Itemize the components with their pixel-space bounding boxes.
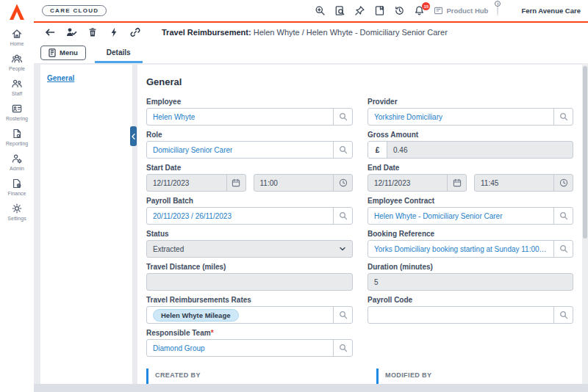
field-travel-rates: Travel Reimbursements Rates Helen Whyte … xyxy=(146,296,353,324)
settings-icon xyxy=(11,203,23,214)
end-date-input[interactable]: 12/11/2023 xyxy=(368,174,467,192)
search-icon[interactable] xyxy=(553,208,573,224)
field-employee-contract: Employee Contract Helen Whyte - Domicili… xyxy=(368,197,573,225)
booking-reference-lookup[interactable]: Yorks Domiciliary booking starting at Su… xyxy=(368,240,573,258)
start-time-value: 11:00 xyxy=(254,175,334,191)
menu-button-label: Menu xyxy=(60,48,78,57)
chevron-down-icon[interactable] xyxy=(333,241,352,257)
role-value[interactable]: Domiciliary Senior Carer xyxy=(153,146,232,154)
clock-icon[interactable] xyxy=(333,175,352,191)
notifications-icon[interactable]: 15 xyxy=(414,5,425,16)
delete-button[interactable] xyxy=(87,26,98,38)
zoom-in-icon[interactable] xyxy=(315,5,326,16)
field-label: Responsible Team* xyxy=(146,329,353,337)
gross-amount-input: £ 0.46 xyxy=(368,141,573,159)
vertical-scrollbar[interactable] xyxy=(582,63,588,384)
product-hub-label: Product Hub xyxy=(446,7,488,15)
notification-badge: 15 xyxy=(422,2,430,10)
payroll-batch-value[interactable]: 20/11/2023 / 26/11/2023 xyxy=(153,212,232,220)
responsible-team-value[interactable]: Diamond Group xyxy=(153,344,205,352)
field-payroll-batch: Payroll Batch 20/11/2023 / 26/11/2023 xyxy=(146,197,353,225)
app-sidebar: Home People Staff Rostering Reporting xyxy=(0,0,34,392)
field-responsible-team: Responsible Team* Diamond Group xyxy=(146,329,353,357)
sidebar-item-staff[interactable]: Staff xyxy=(11,78,23,97)
booking-reference-value[interactable]: Yorks Domiciliary booking starting at Su… xyxy=(374,245,548,253)
app-logo xyxy=(7,3,26,21)
assign-button[interactable] xyxy=(65,26,77,38)
duration-value: 5 xyxy=(368,274,573,290)
top-bar: CARE CLOUD xyxy=(34,0,588,21)
search-icon[interactable] xyxy=(333,307,352,323)
search-icon[interactable] xyxy=(333,340,352,356)
employee-contract-value[interactable]: Helen Whyte - Domiciliary Senior Carer xyxy=(374,212,503,220)
start-time-input[interactable]: 11:00 xyxy=(254,174,354,192)
history-icon[interactable] xyxy=(394,5,405,16)
provider-value[interactable]: Yorkshire Domiciliary xyxy=(374,113,442,121)
clock-icon[interactable] xyxy=(553,175,573,191)
journal-icon[interactable] xyxy=(374,5,385,16)
duration-input[interactable]: 5 xyxy=(368,273,573,291)
collapse-panel-button[interactable] xyxy=(130,126,137,146)
sidebar-item-home[interactable]: Home xyxy=(10,28,24,47)
field-label: Start Date xyxy=(146,164,353,172)
flow-button[interactable] xyxy=(108,26,120,38)
end-time-input[interactable]: 11:45 xyxy=(474,174,573,192)
sidebar-item-rostering[interactable]: Rostering xyxy=(6,103,28,122)
field-label: Employee xyxy=(146,98,353,106)
sidebar-item-people[interactable]: People xyxy=(9,53,25,72)
user-menu[interactable]: i xyxy=(497,3,512,18)
back-button[interactable] xyxy=(44,26,56,38)
employee-contract-lookup[interactable]: Helen Whyte - Domiciliary Senior Carer xyxy=(368,207,573,225)
field-provider: Provider Yorkshire Domiciliary xyxy=(368,98,573,126)
sidebar-item-admin[interactable]: Admin xyxy=(10,153,24,172)
status-select[interactable]: Extracted xyxy=(146,240,353,258)
employee-value[interactable]: Helen Whyte xyxy=(153,113,195,121)
account-name: Fern Avenue Care xyxy=(521,7,581,15)
currency-prefix: £ xyxy=(368,142,387,158)
gross-amount-value: 0.46 xyxy=(387,142,573,158)
calendar-icon[interactable] xyxy=(447,175,466,191)
sidebar-item-label: Settings xyxy=(7,216,26,222)
travel-distance-input[interactable] xyxy=(146,273,353,291)
payroll-code-lookup[interactable] xyxy=(368,306,573,324)
tab-details[interactable]: Details xyxy=(95,48,143,63)
search-icon[interactable] xyxy=(333,208,352,224)
provider-lookup[interactable]: Yorkshire Domiciliary xyxy=(368,108,573,126)
sidebar-item-label: Finance xyxy=(8,191,26,197)
field-label: Payroll Code xyxy=(368,296,573,304)
travel-rate-chip[interactable]: Helen Whyte Mileage xyxy=(153,309,239,322)
sidebar-item-reporting[interactable]: Reporting xyxy=(6,128,28,147)
sidebar-item-settings[interactable]: Settings xyxy=(7,203,26,222)
field-payroll-code: Payroll Code xyxy=(368,296,573,324)
section-link-general[interactable]: General xyxy=(47,74,74,82)
field-duration: Duration (minutes) 5 xyxy=(368,263,573,291)
search-icon[interactable] xyxy=(553,307,573,323)
start-date-input[interactable]: 12/11/2023 xyxy=(146,174,246,192)
role-lookup[interactable]: Domiciliary Senior Carer xyxy=(146,141,353,159)
payroll-batch-lookup[interactable]: 20/11/2023 / 26/11/2023 xyxy=(146,207,353,225)
search-icon[interactable] xyxy=(333,109,352,125)
search-icon[interactable] xyxy=(553,241,573,257)
field-label: Status xyxy=(146,230,353,238)
record-lookup-icon[interactable] xyxy=(334,5,345,16)
field-label: End Date xyxy=(368,164,573,172)
search-icon[interactable] xyxy=(333,142,352,158)
search-icon[interactable] xyxy=(553,109,573,125)
pin-icon[interactable] xyxy=(354,5,365,16)
product-hub-button[interactable]: Product Hub xyxy=(434,7,488,15)
responsible-team-lookup[interactable]: Diamond Group xyxy=(146,339,353,357)
sidebar-item-label: Home xyxy=(10,41,24,47)
employee-lookup[interactable]: Helen Whyte xyxy=(146,108,353,126)
people-icon xyxy=(11,53,23,65)
link-button[interactable] xyxy=(129,26,141,38)
calendar-icon[interactable] xyxy=(226,175,245,191)
travel-distance-value xyxy=(147,274,352,290)
scrollbar-thumb[interactable] xyxy=(583,66,587,239)
travel-rates-lookup[interactable]: Helen Whyte Mileage xyxy=(146,306,353,324)
menu-button[interactable]: Menu xyxy=(40,46,86,60)
product-hub-icon xyxy=(434,7,443,15)
sidebar-item-label: Rostering xyxy=(6,116,28,122)
sidebar-item-finance[interactable]: Finance xyxy=(8,178,26,197)
tab-bar: Menu Details xyxy=(34,42,588,63)
field-label: Payroll Batch xyxy=(146,197,353,205)
